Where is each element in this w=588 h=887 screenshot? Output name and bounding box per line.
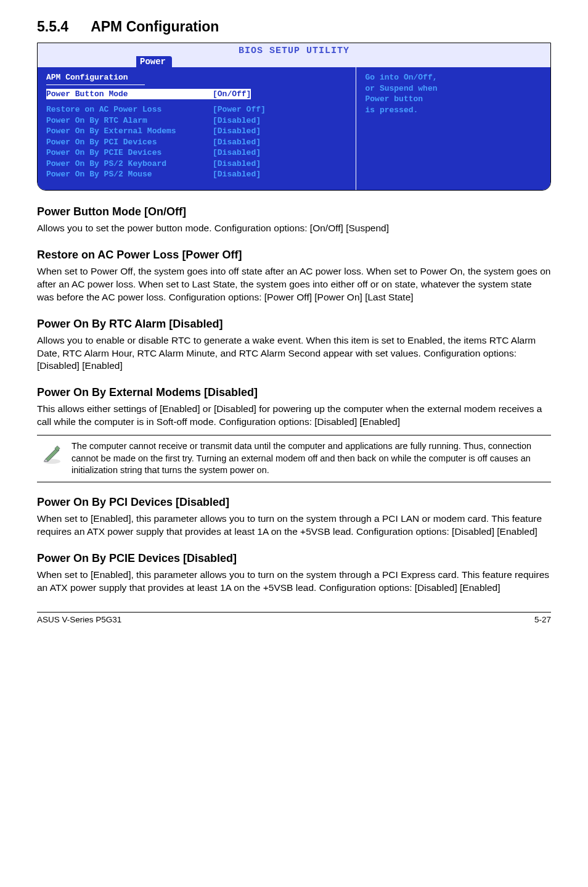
sub-heading: Power On By PCI Devices [Disabled] [37,496,551,509]
bios-row-value: [Disabled] [213,126,261,137]
content-sections: Power Button Mode [On/Off]Allows you to … [37,205,551,429]
bios-row-key: Power Button Mode [46,89,213,100]
bios-row-key: Power On By PCI Devices [46,137,213,148]
bios-tab-power: Power [136,56,172,67]
bios-row-key: Power On By External Modems [46,126,213,137]
pencil-icon [37,440,71,468]
sub-heading: Power Button Mode [On/Off] [37,205,551,218]
help-line: Go into On/Off, [365,72,543,83]
bios-row-key: Power On By RTC Alarm [46,115,213,126]
help-line: or Suspend when [365,83,543,94]
bios-row: Power On By PCIE Devices[Disabled] [46,147,348,159]
bios-setup-title: BIOS SETUP UTILITY [239,46,349,56]
content-sections-2: Power On By PCI Devices [Disabled]When s… [37,496,551,595]
body-text: When set to [Enabled], this parameter al… [37,513,551,538]
bios-row-key: Power On By PCIE Devices [46,147,213,159]
help-line: Power button [365,94,543,105]
bios-rows-container: Power Button Mode[On/Off]Restore on AC P… [46,89,348,180]
footer-left: ASUS V-Series P5G31 [37,615,121,624]
body-text: When set to Power Off, the system goes i… [37,265,551,304]
bios-row-key: Power On By PS/2 Keyboard [46,159,213,170]
bios-row-value: [Disabled] [213,137,261,148]
bios-help-pane: Go into On/Off, or Suspend when Power bu… [356,67,550,190]
section-heading-text: APM Configuration [91,19,219,35]
body-text: This allows either settings of [Enabled]… [37,403,551,429]
bios-panel: BIOS SETUP UTILITY Power APM Configurati… [37,43,551,191]
bios-left-pane: APM Configuration Power Button Mode[On/O… [38,67,356,190]
footer-right: 5-27 [534,615,551,624]
bios-row: Power On By RTC Alarm[Disabled] [46,115,348,126]
sub-heading: Power On By PCIE Devices [Disabled] [37,552,551,565]
section-title: 5.5.4APM Configuration [37,19,551,35]
bios-row-key: Restore on AC Power Loss [46,104,213,115]
sub-heading: Restore on AC Power Loss [Power Off] [37,249,551,262]
sub-heading: Power On By RTC Alarm [Disabled] [37,318,551,331]
body-text: Allows you to enable or disable RTC to g… [37,334,551,373]
bios-row: Power Button Mode[On/Off] [46,89,348,100]
bios-row: Power On By External Modems[Disabled] [46,126,348,137]
section-number: 5.5.4 [37,19,68,35]
bios-row-value: [Disabled] [213,159,261,170]
bios-row: Power On By PS/2 Mouse[Disabled] [46,169,348,180]
heading-underline [46,85,145,85]
body-text: Allows you to set the power button mode.… [37,222,551,235]
note-text: The computer cannot receive or transmit … [71,440,551,477]
bios-row-value: [On/Off] [213,89,251,100]
bios-row-value: [Power Off] [213,104,266,115]
bios-row-value: [Disabled] [213,147,261,159]
note-box: The computer cannot receive or transmit … [37,435,551,482]
bios-row: Restore on AC Power Loss[Power Off] [46,104,348,115]
bios-header: BIOS SETUP UTILITY [38,43,550,57]
page-footer: ASUS V-Series P5G31 5-27 [37,612,551,624]
apm-config-heading: APM Configuration [46,72,348,83]
bios-row: Power On By PCI Devices[Disabled] [46,137,348,148]
bios-row-key: Power On By PS/2 Mouse [46,169,213,180]
bios-tab-row: Power [38,56,550,67]
bios-row-value: [Disabled] [213,115,261,126]
body-text: When set to [Enabled], this parameter al… [37,569,551,595]
help-line: is pressed. [365,105,543,116]
bios-row: Power On By PS/2 Keyboard[Disabled] [46,159,348,170]
bios-inner: APM Configuration Power Button Mode[On/O… [38,67,550,190]
bios-row-value: [Disabled] [213,169,261,180]
sub-heading: Power On By External Modems [Disabled] [37,386,551,399]
